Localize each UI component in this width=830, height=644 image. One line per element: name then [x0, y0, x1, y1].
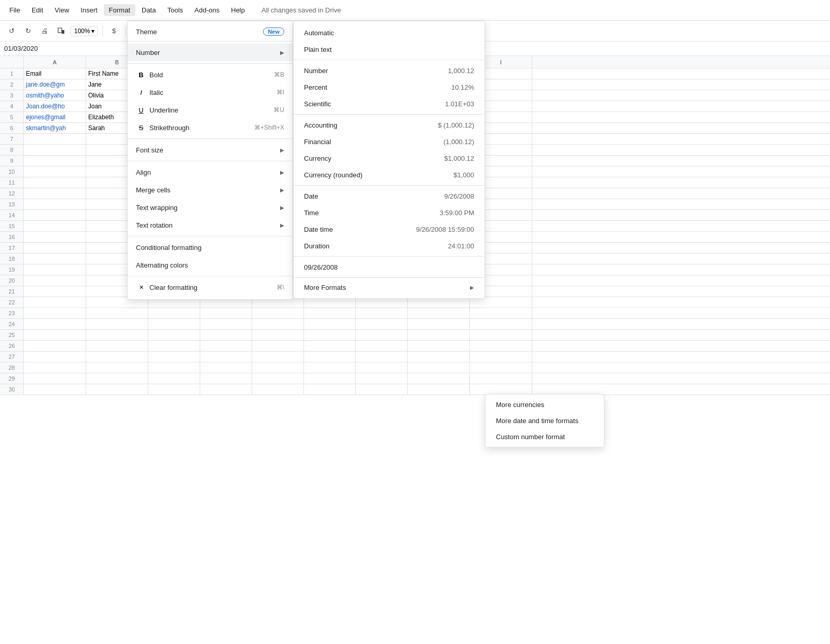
cell-i[interactable] [470, 308, 532, 318]
cell-c[interactable] [148, 319, 200, 329]
cell-c[interactable] [148, 373, 200, 384]
cell-e[interactable] [252, 384, 304, 395]
cell-e[interactable] [252, 341, 304, 351]
redo-button[interactable]: ↻ [21, 24, 35, 38]
num-number-item[interactable]: Number 1,000.12 [294, 62, 485, 79]
format-fontsize-item[interactable]: Font size ▶ [128, 141, 293, 159]
cell-i[interactable] [470, 330, 532, 340]
cell-c[interactable] [148, 341, 200, 351]
num-currencyrounded-item[interactable]: Currency (rounded) $1,000 [294, 166, 485, 183]
cell-f[interactable] [304, 352, 356, 362]
cell-a[interactable] [24, 232, 86, 242]
cell-g[interactable] [356, 297, 408, 307]
num-currency-item[interactable]: Currency $1,000.12 [294, 150, 485, 166]
cell-e[interactable] [252, 352, 304, 362]
cell-i[interactable] [470, 352, 532, 362]
cell-a[interactable] [24, 221, 86, 231]
cell-c[interactable] [148, 330, 200, 340]
cell-i[interactable] [470, 319, 532, 329]
cell-g[interactable] [356, 319, 408, 329]
col-header-a[interactable]: A [24, 56, 86, 68]
menu-tools[interactable]: Tools [162, 4, 188, 16]
cell-i[interactable] [470, 384, 532, 395]
cell-a[interactable] [24, 210, 86, 220]
cell-a[interactable] [24, 308, 86, 318]
menu-addons[interactable]: Add-ons [189, 4, 225, 16]
cell-b[interactable] [86, 330, 148, 340]
cell-a[interactable] [24, 373, 86, 384]
cell-a[interactable]: Email [24, 68, 86, 79]
cell-h[interactable] [408, 362, 470, 373]
cell-a[interactable] [24, 264, 86, 275]
cell-d[interactable] [200, 362, 252, 373]
print-button[interactable]: 🖨 [37, 24, 52, 38]
format-strikethrough-item[interactable]: S Strikethrough ⌘+Shift+X [128, 119, 293, 136]
cell-c[interactable] [148, 384, 200, 395]
format-bold-item[interactable]: B Bold ⌘B [128, 66, 293, 83]
cell-d[interactable] [200, 373, 252, 384]
cell-g[interactable] [356, 341, 408, 351]
cell-h[interactable] [408, 373, 470, 384]
cell-a[interactable] [24, 145, 86, 155]
cell-f[interactable] [304, 319, 356, 329]
cell-a[interactable] [24, 341, 86, 351]
cell-g[interactable] [356, 308, 408, 318]
menu-file[interactable]: File [4, 4, 25, 16]
cell-a[interactable] [24, 156, 86, 166]
cell-a[interactable]: skmartin@yah [24, 123, 86, 133]
cell-b[interactable] [86, 373, 148, 384]
format-italic-item[interactable]: I Italic ⌘I [128, 83, 293, 101]
format-number-item[interactable]: Number ▶ [128, 44, 293, 61]
cell-a[interactable] [24, 275, 86, 286]
cell-d[interactable] [200, 352, 252, 362]
format-theme-item[interactable]: Theme New [128, 24, 293, 39]
num-percent-item[interactable]: Percent 10.12% [294, 79, 485, 95]
cell-b[interactable] [86, 341, 148, 351]
menu-format[interactable]: Format [104, 4, 135, 16]
cell-f[interactable] [304, 362, 356, 373]
cell-c[interactable] [148, 308, 200, 318]
cell-f[interactable] [304, 297, 356, 307]
menu-insert[interactable]: Insert [75, 4, 103, 16]
undo-button[interactable]: ↺ [4, 24, 19, 38]
format-align-item[interactable]: Align ▶ [128, 163, 293, 181]
format-textrotation-item[interactable]: Text rotation ▶ [128, 216, 293, 234]
num-scientific-item[interactable]: Scientific 1.01E+03 [294, 95, 485, 112]
menu-view[interactable]: View [49, 4, 74, 16]
cell-e[interactable] [252, 373, 304, 384]
cell-a[interactable]: jane.doe@gm [24, 79, 86, 90]
format-alternating-item[interactable]: Alternating colors [128, 256, 293, 274]
num-datetime-item[interactable]: Date time 9/26/2008 15:59:00 [294, 221, 485, 237]
cell-a[interactable] [24, 134, 86, 144]
cell-a[interactable] [24, 297, 86, 307]
format-merge-item[interactable]: Merge cells ▶ [128, 181, 293, 199]
cell-g[interactable] [356, 362, 408, 373]
cell-g[interactable] [356, 352, 408, 362]
num-accounting-item[interactable]: Accounting $ (1,000.12) [294, 117, 485, 133]
cell-d[interactable] [200, 308, 252, 318]
cell-a[interactable] [24, 199, 86, 209]
cell-a[interactable]: osmith@yaho [24, 90, 86, 101]
menu-edit[interactable]: Edit [26, 4, 48, 16]
zoom-selector[interactable]: 100% ▾ [71, 26, 98, 36]
cell-a[interactable] [24, 254, 86, 264]
paint-format-button[interactable] [54, 24, 68, 38]
cell-f[interactable] [304, 330, 356, 340]
cell-b[interactable] [86, 319, 148, 329]
cell-e[interactable] [252, 319, 304, 329]
cell-h[interactable] [408, 330, 470, 340]
num-customdate-item[interactable]: 09/26/2008 [294, 259, 485, 275]
cell-h[interactable] [408, 352, 470, 362]
cell-a[interactable] [24, 243, 86, 253]
num-financial-item[interactable]: Financial (1,000.12) [294, 133, 485, 150]
cell-b[interactable] [86, 362, 148, 373]
cell-a[interactable]: ejones@gmail [24, 112, 86, 122]
cell-f[interactable] [304, 341, 356, 351]
cell-a[interactable] [24, 177, 86, 188]
cell-h[interactable] [408, 297, 470, 307]
cell-b[interactable] [86, 384, 148, 395]
cell-b[interactable] [86, 352, 148, 362]
format-textwrap-item[interactable]: Text wrapping ▶ [128, 199, 293, 216]
more-datetime-item[interactable]: More date and time formats [486, 413, 604, 429]
num-date-item[interactable]: Date 9/26/2008 [294, 188, 485, 204]
